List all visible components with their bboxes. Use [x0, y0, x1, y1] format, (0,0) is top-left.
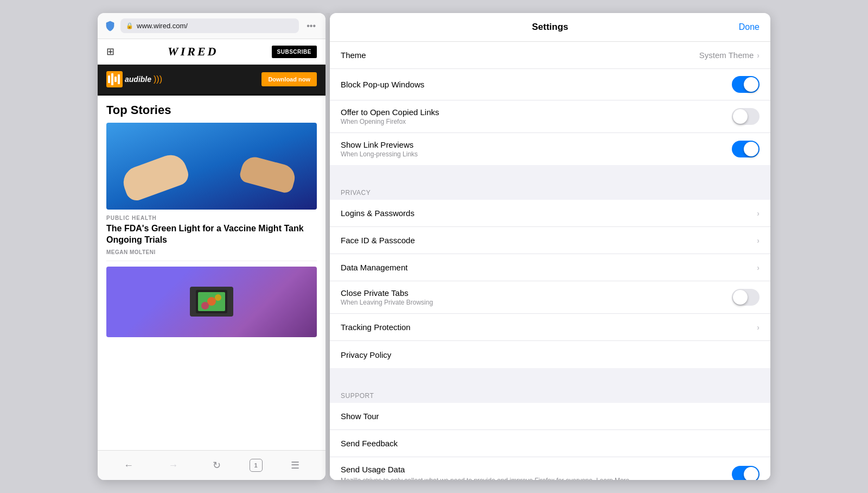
lock-icon: 🔒: [126, 22, 133, 29]
send-usage-data-toggle[interactable]: [732, 466, 760, 480]
theme-value: System Theme: [699, 50, 754, 60]
data-management-label: Data Management: [341, 263, 757, 272]
show-link-previews-subtitle: When Long-pressing Links: [341, 150, 732, 158]
browser-panel: 🔒 www.wired.com/ ••• ⊞ WIRED SUBSCRIBE: [98, 13, 326, 480]
block-popups-toggle[interactable]: [732, 76, 760, 93]
url-text: www.wired.com/: [137, 22, 188, 30]
article-category: PUBLIC HEALTH: [106, 215, 317, 221]
shield-icon: [104, 20, 116, 32]
privacy-policy-label: Privacy Policy: [341, 350, 760, 359]
audible-wifi-icon: ))): [154, 74, 162, 84]
tracking-protection-label: Tracking Protection: [341, 323, 757, 332]
offer-copied-links-item: Offer to Open Copied Links When Opening …: [330, 100, 770, 133]
block-popups-content: Block Pop-up Windows: [341, 80, 732, 89]
tablet-device-icon: [190, 287, 233, 317]
svg-point-9: [201, 302, 209, 309]
svg-point-8: [215, 294, 221, 301]
privacy-policy-item[interactable]: Privacy Policy: [330, 341, 770, 368]
menu-icon[interactable]: ☰: [284, 456, 306, 475]
show-link-previews-content: Show Link Previews When Long-pressing Li…: [341, 140, 732, 158]
settings-panel: Settings Done Theme System Theme ›: [330, 13, 770, 480]
settings-header: Settings Done: [330, 13, 770, 42]
theme-item[interactable]: Theme System Theme ›: [330, 42, 770, 69]
offer-copied-links-content: Offer to Open Copied Links When Opening …: [341, 108, 732, 125]
article-author: MEGAN MOLTENI: [106, 249, 317, 261]
support-section-label: SUPPORT: [330, 384, 770, 403]
offer-copied-links-subtitle: When Opening Firefox: [341, 118, 732, 125]
subscribe-button[interactable]: SUBSCRIBE: [272, 46, 317, 58]
send-usage-data-item: Send Usage Data Mozilla strives to only …: [330, 457, 770, 480]
done-button[interactable]: Done: [739, 22, 760, 32]
audible-thumbnail-icon: [106, 71, 123, 87]
privacy-policy-content: Privacy Policy: [341, 350, 760, 359]
logins-passwords-label: Logins & Passwords: [341, 208, 757, 218]
browser-toolbar: 🔒 www.wired.com/ •••: [98, 13, 326, 39]
block-popups-item: Block Pop-up Windows: [330, 69, 770, 100]
download-now-button[interactable]: Download now: [261, 72, 317, 86]
show-link-previews-item: Show Link Previews When Long-pressing Li…: [330, 133, 770, 165]
group-spacer-2: [330, 368, 770, 384]
audible-text: audible: [125, 75, 151, 84]
close-private-tabs-subtitle: When Leaving Private Browsing: [341, 299, 732, 306]
forward-icon[interactable]: →: [162, 457, 184, 475]
browser-navigation: ← → ↻ 1 ☰: [98, 450, 326, 480]
send-feedback-item[interactable]: Send Feedback: [330, 430, 770, 457]
svg-rect-1: [108, 75, 110, 83]
wired-logo: WIRED: [168, 45, 218, 59]
chevron-right-icon: ›: [757, 263, 760, 272]
chevron-right-icon: ›: [757, 51, 760, 60]
tabs-count-label: 1: [254, 462, 258, 469]
close-private-tabs-content: Close Private Tabs When Leaving Private …: [341, 288, 732, 306]
svg-rect-4: [118, 74, 120, 84]
send-usage-data-subtitle: Mozilla strives to only collect what we …: [341, 476, 732, 480]
browser-content: ⊞ WIRED SUBSCRIBE audible ))): [98, 39, 326, 450]
show-tour-label: Show Tour: [341, 412, 760, 421]
logins-passwords-item[interactable]: Logins & Passwords ›: [330, 200, 770, 227]
privacy-section-label: PRIVACY: [330, 181, 770, 200]
panel-divider: [326, 13, 330, 480]
privacy-group: Logins & Passwords › Face ID & Passcode …: [330, 200, 770, 368]
theme-content: Theme: [341, 50, 699, 60]
general-section: Theme System Theme › Block Pop-up Window…: [330, 42, 770, 165]
close-private-tabs-item: Close Private Tabs When Leaving Private …: [330, 281, 770, 314]
data-management-content: Data Management: [341, 263, 757, 272]
offer-copied-links-label: Offer to Open Copied Links: [341, 108, 732, 117]
menu-dots-icon[interactable]: •••: [303, 19, 319, 33]
show-tour-content: Show Tour: [341, 412, 760, 421]
refresh-icon[interactable]: ↻: [206, 456, 227, 475]
top-stories-title: Top Stories: [106, 103, 317, 117]
tracking-protection-item[interactable]: Tracking Protection ›: [330, 314, 770, 341]
tabs-button[interactable]: 1: [250, 459, 263, 472]
back-icon[interactable]: ←: [117, 457, 140, 475]
send-feedback-label: Send Feedback: [341, 439, 760, 448]
article-tablet-image: [106, 267, 317, 337]
chevron-right-icon: ›: [757, 209, 760, 218]
show-tour-item[interactable]: Show Tour: [330, 403, 770, 430]
offer-copied-links-toggle[interactable]: [732, 108, 760, 125]
settings-content: Theme System Theme › Block Pop-up Window…: [330, 42, 770, 480]
group-spacer-1: [330, 165, 770, 181]
chevron-right-icon: ›: [757, 236, 760, 245]
audible-ad[interactable]: audible ))) Download now: [98, 65, 326, 96]
wired-header: ⊞ WIRED SUBSCRIBE: [98, 39, 326, 65]
settings-title: Settings: [532, 22, 568, 33]
show-link-previews-label: Show Link Previews: [341, 140, 732, 149]
send-feedback-content: Send Feedback: [341, 439, 760, 448]
audible-logo: audible ))): [106, 71, 162, 87]
close-private-tabs-toggle[interactable]: [732, 289, 760, 306]
show-link-previews-toggle[interactable]: [732, 141, 760, 157]
general-group: Theme System Theme › Block Pop-up Window…: [330, 42, 770, 165]
theme-label: Theme: [341, 50, 699, 60]
svg-rect-2: [111, 73, 113, 85]
face-id-content: Face ID & Passcode: [341, 236, 757, 245]
send-usage-data-label: Send Usage Data: [341, 465, 732, 474]
article-headline[interactable]: The FDA's Green Light for a Vaccine Migh…: [106, 223, 317, 246]
svg-rect-3: [114, 77, 117, 82]
data-management-item[interactable]: Data Management ›: [330, 254, 770, 281]
grid-icon[interactable]: ⊞: [106, 46, 114, 58]
block-popups-label: Block Pop-up Windows: [341, 80, 732, 89]
logins-passwords-content: Logins & Passwords: [341, 208, 757, 218]
support-group: Show Tour Send Feedback Send Usage Data …: [330, 403, 770, 480]
url-bar[interactable]: 🔒 www.wired.com/: [120, 18, 299, 33]
face-id-item[interactable]: Face ID & Passcode ›: [330, 227, 770, 254]
